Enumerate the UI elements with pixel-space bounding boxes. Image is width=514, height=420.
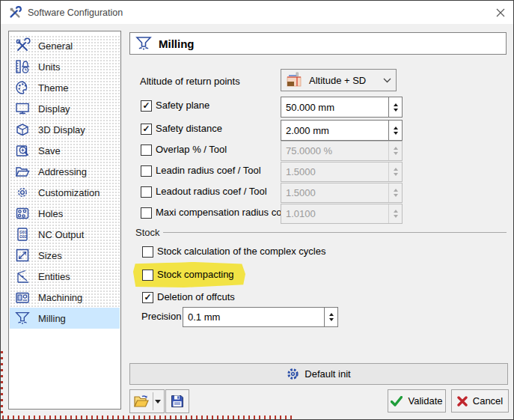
spin-up-icon[interactable] (394, 103, 398, 106)
sidebar-item-nc-output[interactable]: G01 G02 NC Output (10, 224, 120, 245)
sidebar-item-label: Sizes (38, 250, 62, 261)
default-init-button[interactable]: Default init (129, 363, 508, 385)
spin-down-icon (394, 215, 398, 218)
leadin-radius-input: 1.5000 (281, 162, 403, 182)
x-icon (457, 396, 468, 407)
window-title: Software Configuration (28, 7, 123, 18)
field-value: 1.5000 (286, 187, 316, 198)
close-icon[interactable] (494, 6, 507, 19)
sidebar-item-units[interactable]: Units (10, 56, 120, 77)
sidebar-item-3d-display[interactable]: 3D Display (10, 119, 120, 140)
spinner-control[interactable] (324, 308, 337, 326)
stock-calculation-checkbox[interactable] (142, 246, 153, 258)
check-mark: ✓ (144, 293, 151, 302)
safety-distance-checkbox[interactable]: ✓ (141, 124, 152, 135)
title-bar: Software Configuration (1, 1, 513, 24)
leadout-radius-checkbox[interactable] (141, 186, 152, 198)
altitude-dropdown[interactable]: Altitude + SD (281, 69, 397, 91)
overlap-label: Overlap % / Tool (156, 144, 227, 155)
sidebar-item-sizes[interactable]: Sizes (10, 245, 120, 266)
spinner-control (388, 183, 402, 202)
machining-icon (13, 288, 31, 306)
sidebar-item-theme[interactable]: Theme (10, 77, 120, 98)
safety-plane-input[interactable]: 50.000 mm (281, 97, 403, 118)
default-init-label: Default init (305, 368, 350, 380)
monitor-icon (13, 100, 31, 118)
leadin-radius-checkbox[interactable] (141, 165, 152, 177)
field-value: 1.0100 (286, 208, 316, 219)
page-title: Milling (159, 37, 195, 50)
leadout-radius-label: Leadout radius coef / Tool (156, 186, 267, 197)
group-divider (163, 232, 507, 233)
sidebar-item-machining[interactable]: Machining (10, 287, 120, 308)
stock-compacting-checkbox[interactable] (142, 270, 153, 281)
safety-plane-label: Safety plane (156, 100, 209, 111)
sidebar-item-label: Save (38, 145, 61, 156)
altitude-label: Altitude of return points (140, 76, 240, 87)
gcode-icon: G01 G02 (13, 225, 31, 243)
floppy-disk-icon (170, 394, 185, 409)
sidebar-item-label: NC Output (38, 229, 84, 240)
sidebar-item-label: Display (38, 103, 70, 115)
sidebar-item-label: Addressing (38, 166, 87, 177)
sidebar-item-milling[interactable]: Milling (10, 308, 120, 329)
spin-down-icon[interactable] (394, 109, 398, 112)
page-header: Milling (129, 32, 507, 55)
stock-group-label: Stock (135, 227, 160, 238)
dropdown-arrow-icon[interactable] (155, 400, 161, 404)
maxi-compensation-input: 1.0100 (281, 204, 403, 224)
overlap-checkbox[interactable] (141, 144, 152, 156)
open-file-split-button[interactable] (129, 389, 165, 413)
deletion-offcuts-checkbox[interactable]: ✓ (142, 292, 153, 303)
spin-up-icon (394, 189, 398, 192)
sidebar-item-entities[interactable]: Entities (10, 266, 120, 287)
spin-down-icon (394, 152, 398, 155)
sidebar-item-label: General (38, 40, 73, 52)
safety-distance-input[interactable]: 2.000 mm (281, 120, 403, 141)
cancel-button[interactable]: Cancel (451, 389, 509, 413)
validate-button[interactable]: Validate (388, 389, 446, 413)
maxi-compensation-checkbox[interactable] (141, 207, 152, 219)
maxi-compensation-label: Maxi compensation radius coef (156, 207, 290, 218)
spin-up-icon[interactable] (329, 313, 334, 316)
sidebar-item-label: Entities (38, 271, 70, 282)
folder-icon (13, 162, 31, 180)
stock-calculation-label: Stock calculation of the complex cycles (157, 246, 325, 257)
sidebar-item-display[interactable]: Display (10, 98, 120, 119)
spin-up-icon[interactable] (394, 127, 398, 130)
holes-icon (13, 204, 31, 222)
cancel-label: Cancel (473, 395, 503, 407)
save-config-button[interactable] (165, 389, 189, 413)
sidebar-item-holes[interactable]: Holes (10, 203, 120, 224)
spin-down-icon (394, 194, 398, 197)
spinner-control[interactable] (388, 121, 402, 140)
sidebar-item-label: 3D Display (38, 124, 85, 136)
spin-up-icon (394, 147, 398, 150)
sidebar-item-customization[interactable]: Customization (10, 182, 120, 203)
sidebar-item-addressing[interactable]: Addressing (10, 161, 120, 182)
milling-icon (13, 309, 31, 327)
overlap-input: 75.0000 % (281, 141, 403, 161)
sidebar-item-save[interactable]: Save (10, 140, 120, 161)
safety-plane-checkbox[interactable]: ✓ (141, 100, 152, 112)
deletion-offcuts-label: Deletion of offcuts (157, 291, 235, 302)
stock-compacting-label: Stock compacting (157, 269, 234, 280)
split-divider (153, 392, 153, 410)
sidebar-item-label: Theme (38, 82, 68, 94)
sidebar-item-general[interactable]: General (10, 35, 120, 56)
software-configuration-dialog: Software Configuration General (0, 0, 514, 420)
field-value: 0.1 mm (188, 311, 220, 323)
tools-icon (8, 6, 22, 19)
safety-distance-label: Safety distance (156, 123, 222, 134)
sidebar-item-label: Customization (38, 187, 100, 198)
open-folder-icon (132, 393, 150, 410)
spin-down-icon[interactable] (394, 132, 398, 135)
save-search-icon (13, 141, 31, 159)
entities-icon (13, 267, 31, 285)
chevron-down-icon (383, 78, 391, 83)
spinner-control[interactable] (388, 97, 402, 117)
gear-icon (13, 183, 31, 201)
spin-down-icon[interactable] (329, 318, 334, 321)
precision-input[interactable]: 0.1 mm (183, 307, 338, 327)
precision-label: Precision (141, 311, 181, 322)
